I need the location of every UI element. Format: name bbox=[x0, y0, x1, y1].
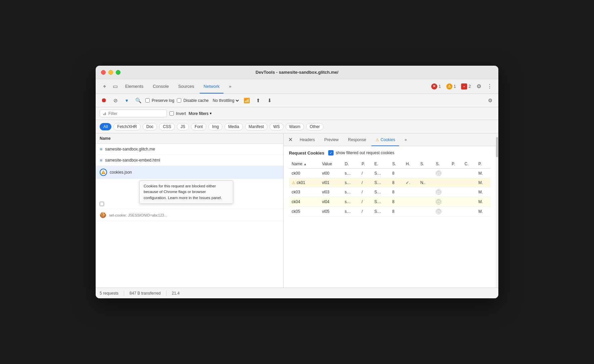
type-btn-manifest[interactable]: Manifest bbox=[245, 123, 267, 130]
cell-s2 bbox=[418, 197, 433, 207]
col-s3[interactable]: S. bbox=[433, 160, 449, 169]
type-btn-wasm[interactable]: Wasm bbox=[286, 123, 304, 130]
throttle-select[interactable]: No throttling bbox=[211, 98, 240, 103]
disable-cache-checkbox[interactable] bbox=[177, 98, 181, 103]
col-s[interactable]: S. bbox=[390, 160, 403, 169]
disable-cache-label[interactable]: Disable cache bbox=[177, 98, 208, 103]
show-filtered-label[interactable]: ✓ show filtered out request cookies bbox=[328, 150, 394, 156]
cell-p: / bbox=[359, 178, 372, 187]
info-icon[interactable]: ⓘ bbox=[436, 171, 441, 176]
col-name[interactable]: Name ▲ bbox=[289, 160, 319, 169]
cell-c bbox=[462, 178, 476, 187]
type-btn-all[interactable]: All bbox=[100, 123, 111, 130]
cookies-table: Name ▲ Value D. P. E. S. H. S. S. P. C. … bbox=[289, 160, 490, 217]
file-list: Name ≡ samesite-sandbox.glitch.me ≡ same… bbox=[96, 133, 284, 288]
table-row-warn[interactable]: ⚠ ck01 vl01 s… / S… 8 ✓. N.. bbox=[289, 178, 490, 187]
cell-p3: M. bbox=[476, 207, 490, 217]
col-value[interactable]: Value bbox=[319, 160, 342, 169]
tab-headers[interactable]: Headers bbox=[296, 135, 319, 144]
type-btn-font[interactable]: Font bbox=[191, 123, 206, 130]
upload-icon[interactable]: ⬆ bbox=[254, 96, 263, 105]
download-icon[interactable]: ⬇ bbox=[265, 96, 274, 105]
filter-input-wrap: ⊿ bbox=[100, 110, 167, 117]
disable-cache-text: Disable cache bbox=[183, 98, 208, 103]
preserve-log-label[interactable]: Preserve log bbox=[145, 98, 174, 103]
settings-icon[interactable]: ⚙ bbox=[474, 82, 484, 91]
search-icon[interactable]: 🔍 bbox=[134, 96, 143, 105]
cell-p3: M. bbox=[476, 178, 490, 187]
devtools-window: DevTools - samesite-sandbox.glitch.me/ ⌖… bbox=[96, 66, 498, 298]
type-btn-media[interactable]: Media bbox=[225, 123, 243, 130]
cell-p2 bbox=[449, 169, 462, 178]
type-btn-ws[interactable]: WS bbox=[269, 123, 283, 130]
type-btn-doc[interactable]: Doc bbox=[143, 123, 157, 130]
cell-s3: ⓘ bbox=[433, 187, 449, 197]
tab-cookies[interactable]: ⚠ Cookies bbox=[372, 135, 399, 144]
list-item-selected[interactable]: ! cookies.json bbox=[96, 166, 283, 179]
cursor-icon[interactable]: ⌖ bbox=[100, 82, 109, 91]
tab-elements[interactable]: Elements bbox=[121, 82, 147, 91]
table-row[interactable]: ck00 vl00 s… / S… 8 ⓘ M. bbox=[289, 169, 490, 178]
invert-checkbox[interactable] bbox=[169, 111, 174, 116]
tab-preview[interactable]: Preview bbox=[320, 135, 343, 144]
list-item[interactable]: ≡ samesite-sandbox.glitch.me bbox=[96, 144, 283, 155]
tab-response[interactable]: Response bbox=[344, 135, 370, 144]
network-condition-icon[interactable]: 📶 bbox=[243, 96, 251, 105]
invert-label[interactable]: Invert bbox=[169, 111, 186, 116]
col-h[interactable]: H. bbox=[403, 160, 417, 169]
type-btn-img[interactable]: Img bbox=[208, 123, 222, 130]
cell-value: vl00 bbox=[319, 169, 342, 178]
list-item[interactable]: ≡ samesite-sandbox-embed.html bbox=[96, 155, 283, 166]
settings2-icon[interactable]: ⚙ bbox=[486, 96, 494, 105]
device-icon[interactable]: ▭ bbox=[110, 82, 120, 91]
tab-more-details[interactable]: » bbox=[400, 135, 411, 144]
cell-e: S… bbox=[372, 207, 390, 217]
doc-icon: ≡ bbox=[100, 146, 102, 152]
tab-sources[interactable]: Sources bbox=[174, 82, 198, 91]
scrollbar[interactable] bbox=[496, 133, 498, 288]
clear-icon[interactable]: ⊘ bbox=[111, 96, 120, 105]
invert-text: Invert bbox=[176, 111, 186, 116]
close-panel-button[interactable]: ✕ bbox=[286, 136, 294, 144]
info-icon[interactable]: ⓘ bbox=[436, 199, 441, 204]
show-filtered-checkbox[interactable]: ✓ bbox=[328, 150, 334, 156]
warning-count: 1 bbox=[454, 84, 456, 89]
type-btn-other[interactable]: Other bbox=[306, 123, 324, 130]
maximize-button[interactable] bbox=[116, 70, 120, 75]
col-c[interactable]: C. bbox=[462, 160, 476, 169]
filter-funnel-icon: ⊿ bbox=[103, 111, 106, 116]
tab-console[interactable]: Console bbox=[149, 82, 173, 91]
list-item[interactable]: 🍪 set-cookie: JSESSIONID=abc123... bbox=[96, 209, 283, 221]
filter-input[interactable] bbox=[108, 111, 159, 116]
cell-s: 8 bbox=[390, 197, 403, 207]
col-p2[interactable]: P. bbox=[449, 160, 462, 169]
tab-more[interactable]: » bbox=[225, 82, 235, 91]
stop-record-icon[interactable]: ⏺ bbox=[100, 96, 108, 105]
info-icon[interactable]: ⓘ bbox=[436, 189, 441, 195]
cell-p2 bbox=[449, 207, 462, 217]
table-row[interactable]: ck03 vl03 s… / S… 8 ⓘ M. bbox=[289, 187, 490, 197]
scrollbar-thumb[interactable] bbox=[496, 137, 498, 157]
status-bar: 5 requests 847 B transferred 21.4 bbox=[96, 288, 498, 298]
table-row[interactable]: ck05 vl05 s… / S… 8 ⓘ M. bbox=[289, 207, 490, 217]
type-btn-js[interactable]: JS bbox=[177, 123, 189, 130]
minimize-button[interactable] bbox=[108, 70, 113, 75]
col-d[interactable]: D. bbox=[342, 160, 359, 169]
tab-network[interactable]: Network bbox=[200, 82, 224, 91]
issues-icon: ▪ bbox=[461, 83, 467, 89]
cookies-title: Request Cookies bbox=[289, 150, 324, 156]
list-checkbox[interactable] bbox=[100, 202, 104, 206]
preserve-log-checkbox[interactable] bbox=[145, 98, 150, 103]
info-icon[interactable]: ⓘ bbox=[436, 209, 441, 214]
table-row[interactable]: ck04 vl04 s… / S… 8 ⓘ M. bbox=[289, 197, 490, 207]
more-options-icon[interactable]: ⋮ bbox=[485, 82, 494, 91]
type-btn-css[interactable]: CSS bbox=[159, 123, 175, 130]
close-button[interactable] bbox=[101, 70, 106, 75]
col-p3[interactable]: P. bbox=[476, 160, 490, 169]
col-p[interactable]: P. bbox=[359, 160, 372, 169]
col-s2[interactable]: S. bbox=[418, 160, 433, 169]
type-btn-fetch[interactable]: Fetch/XHR bbox=[113, 123, 141, 130]
filter-icon[interactable]: ▾ bbox=[122, 96, 131, 105]
col-e[interactable]: E. bbox=[372, 160, 390, 169]
more-filters-btn[interactable]: More filters ▾ bbox=[189, 111, 212, 116]
